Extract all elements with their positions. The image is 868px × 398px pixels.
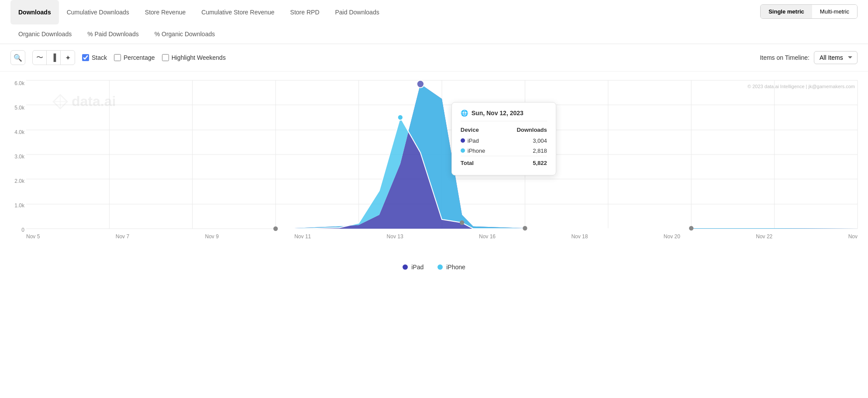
x-axis-label: Nov 16	[479, 233, 496, 240]
nav-tab-cumulative-downloads[interactable]: Cumulative Downloads	[59, 0, 137, 24]
copyright-text: © 2023 data.ai Intelligence | jk@gamemak…	[747, 84, 855, 89]
table-row-total: Total 5,822	[461, 156, 547, 168]
chart-area: data.ai © 2023 data.ai Intelligence | jk…	[0, 72, 868, 259]
chart-legend: iPad iPhone	[0, 259, 868, 279]
tooltip-header: 🌐 Sun, Nov 12, 2023	[461, 110, 547, 121]
total-label: Total	[461, 156, 499, 168]
highlight-weekends-checkbox-label[interactable]: Highlight Weekends	[162, 54, 226, 61]
svg-point-27	[689, 226, 693, 231]
nav-tab-organic-downloads[interactable]: Organic Downloads	[10, 24, 79, 44]
svg-point-23	[417, 80, 424, 88]
table-row: iPad 3,004	[461, 136, 547, 146]
bar-chart-icon[interactable]: ▐	[47, 51, 61, 65]
nav-tab--organic-downloads[interactable]: % Organic Downloads	[147, 24, 223, 44]
svg-point-26	[523, 226, 527, 231]
percentage-checkbox[interactable]	[114, 54, 121, 61]
y-axis-label: 5.0k	[14, 105, 24, 111]
nav-row1: DownloadsCumulative DownloadsStore Reven…	[10, 0, 387, 24]
items-timeline-label: Items on Timeline:	[760, 54, 809, 61]
metric-btn-single-metric[interactable]: Single metric	[761, 5, 812, 18]
svg-point-24	[398, 115, 403, 120]
nav-tab--paid-downloads[interactable]: % Paid Downloads	[79, 24, 147, 44]
zoom-icon[interactable]: 🔍	[11, 51, 25, 65]
nav-tab-store-rpd[interactable]: Store RPD	[282, 0, 327, 24]
percentage-label: Percentage	[124, 54, 155, 61]
legend-label: iPad	[411, 264, 424, 271]
legend-item-ipad: iPad	[403, 264, 424, 271]
stack-label: Stack	[92, 54, 107, 61]
y-axis-label: 4.0k	[14, 129, 24, 135]
scatter-chart-icon[interactable]: ✦	[61, 51, 75, 65]
tooltip-table: Device Downloads iPad 3,004 iPhone 2,818…	[461, 127, 547, 168]
top-navigation: DownloadsCumulative DownloadsStore Reven…	[0, 0, 868, 44]
svg-marker-20	[276, 84, 858, 229]
stack-checkbox-label[interactable]: Stack	[82, 54, 107, 61]
chart-tooltip: 🌐 Sun, Nov 12, 2023 Device Downloads iPa…	[451, 102, 556, 175]
y-axis-label: 2.0k	[14, 178, 24, 184]
x-axis: Nov 5Nov 7Nov 9Nov 11Nov 13Nov 16Nov 18N…	[26, 230, 858, 240]
nav-tab-downloads[interactable]: Downloads	[10, 0, 59, 24]
percentage-checkbox-label[interactable]: Percentage	[114, 54, 155, 61]
x-axis-label: Nov 20	[664, 233, 680, 240]
svg-marker-21	[276, 84, 858, 229]
zoom-icon-group: 🔍	[10, 50, 25, 65]
nav-tab-store-revenue[interactable]: Store Revenue	[137, 0, 193, 24]
downloads-cell: 2,818	[499, 146, 547, 156]
y-axis-label: 0	[21, 227, 24, 233]
table-row: iPhone 2,818	[461, 146, 547, 156]
nav-row2: Organic Downloads% Paid Downloads% Organ…	[10, 24, 858, 44]
x-axis-label: Nov 22	[756, 233, 772, 240]
total-value: 5,822	[499, 156, 547, 168]
metric-toggle: Single metricMulti-metric	[760, 4, 858, 19]
chart-svg	[26, 80, 858, 229]
x-axis-label: Nov 9	[205, 233, 218, 240]
highlight-weekends-label: Highlight Weekends	[172, 54, 226, 61]
y-axis: 6.0k5.0k4.0k3.0k2.0k1.0k0	[3, 80, 24, 233]
tooltip-date: Sun, Nov 12, 2023	[472, 110, 524, 117]
x-axis-label: Nov 11	[294, 233, 311, 240]
x-axis-label: Nov 5	[26, 233, 40, 240]
y-axis-label: 3.0k	[14, 154, 24, 160]
legend-dot	[437, 264, 443, 270]
line-chart-icon[interactable]: 〜	[33, 51, 47, 65]
metric-btn-multi-metric[interactable]: Multi-metric	[812, 5, 857, 18]
y-axis-label: 6.0k	[14, 80, 24, 86]
svg-point-25	[460, 220, 464, 225]
downloads-cell: 3,004	[499, 136, 547, 146]
x-axis-label: Nov 7	[116, 233, 129, 240]
col-device: Device	[461, 127, 499, 136]
stack-checkbox[interactable]	[82, 54, 89, 61]
col-downloads: Downloads	[499, 127, 547, 136]
nav-tab-paid-downloads[interactable]: Paid Downloads	[327, 0, 387, 24]
x-axis-label: Nov 18	[571, 233, 588, 240]
y-axis-label: 1.0k	[14, 202, 24, 209]
chart-type-group: 〜 ▐ ✦	[32, 50, 75, 65]
legend-dot	[403, 264, 408, 270]
x-axis-label: Nov	[848, 233, 858, 240]
nav-tab-cumulative-store-revenue[interactable]: Cumulative Store Revenue	[193, 0, 282, 24]
items-timeline-control: Items on Timeline: All Items iPad iPhone	[760, 51, 858, 64]
legend-item-iphone: iPhone	[437, 264, 465, 271]
highlight-weekends-checkbox[interactable]	[162, 54, 169, 61]
svg-point-22	[273, 226, 278, 231]
globe-icon: 🌐	[461, 110, 468, 117]
x-axis-label: Nov 13	[387, 233, 403, 240]
legend-label: iPhone	[446, 264, 465, 271]
device-cell: iPhone	[461, 146, 499, 156]
toolbar: 🔍 〜 ▐ ✦ Stack Percentage Highlight Weeke…	[0, 44, 868, 72]
items-select[interactable]: All Items iPad iPhone	[814, 51, 858, 64]
device-cell: iPad	[461, 136, 499, 146]
